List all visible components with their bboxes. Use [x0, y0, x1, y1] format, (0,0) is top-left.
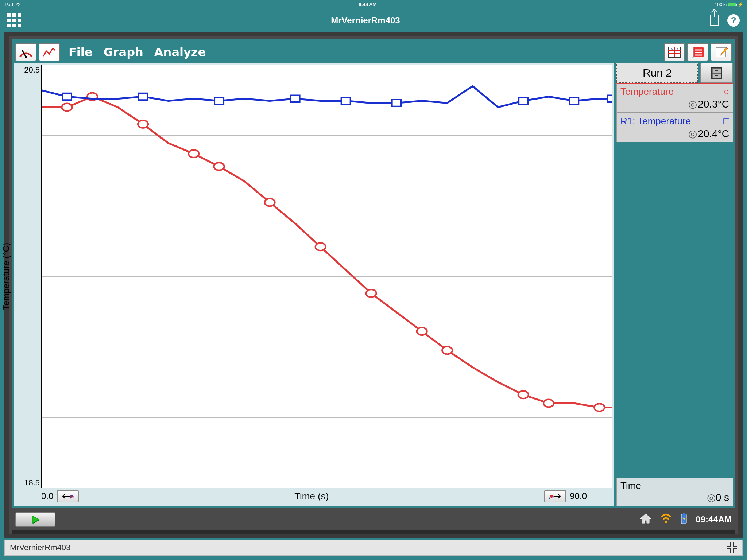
svg-rect-35 [569, 97, 578, 104]
sidebar: Run 2 Temperature○ ◎20.3°C R1: Temperatu… [616, 63, 733, 506]
svg-marker-46 [32, 516, 39, 523]
menu-graph[interactable]: Graph [104, 45, 143, 59]
svg-rect-32 [341, 97, 351, 104]
svg-point-39 [550, 495, 553, 498]
svg-rect-31 [291, 96, 300, 102]
svg-rect-50 [683, 513, 685, 514]
app-bar: MrVernierRm403 ? [0, 9, 747, 32]
charging-icon: ⚡ [738, 2, 743, 7]
svg-point-19 [214, 163, 224, 170]
plot-area[interactable] [41, 65, 612, 488]
data-table-button[interactable]: XY [664, 43, 685, 61]
ios-clock: 9:44 AM [21, 2, 715, 7]
ios-status-bar: iPad 9:44 AM 100% ⚡ [0, 0, 747, 9]
svg-point-24 [442, 347, 452, 354]
sensor-1-value: 20.3°C [698, 98, 729, 110]
app-title: MrVernierRm403 [21, 15, 710, 26]
notes-button[interactable] [687, 43, 708, 61]
y-tick-min: 18.5 [24, 478, 40, 487]
sensor-2-value: 20.4°C [698, 128, 729, 139]
exit-fullscreen-icon[interactable] [727, 542, 737, 553]
svg-point-15 [62, 104, 72, 111]
graph-view-button[interactable] [39, 43, 60, 61]
svg-rect-29 [139, 93, 148, 100]
svg-point-48 [665, 521, 667, 523]
svg-point-18 [189, 150, 199, 158]
graph-panel: 20.5 Temperature (°C) 18.5 0.0 Time (s) [14, 63, 614, 506]
meter-view-button[interactable] [15, 43, 36, 61]
device-label: iPad [4, 2, 13, 7]
square-marker-icon: □ [723, 116, 729, 127]
home-icon[interactable] [639, 513, 652, 526]
svg-rect-45 [715, 75, 718, 76]
apps-grid-icon[interactable] [7, 13, 21, 27]
svg-rect-33 [392, 100, 401, 106]
svg-rect-44 [715, 70, 718, 71]
file-cabinet-button[interactable] [700, 63, 733, 83]
menu-file[interactable]: File [69, 45, 93, 59]
svg-point-23 [417, 327, 427, 335]
svg-point-21 [316, 243, 326, 250]
sensor-2-name: R1: Temperature [620, 116, 691, 127]
menu-bar: File Graph Analyze XY [14, 42, 733, 63]
run-selector[interactable]: Run 2 [616, 63, 698, 83]
x-tick-min: 0.0 [41, 491, 53, 501]
battery-icon [728, 3, 736, 6]
time-label: Time [620, 480, 729, 491]
svg-rect-28 [62, 93, 71, 100]
time-box[interactable]: Time ◎0 s [616, 478, 733, 506]
menu-analyze[interactable]: Analyze [154, 45, 206, 59]
svg-point-20 [265, 199, 275, 206]
svg-text:X: X [671, 47, 673, 51]
svg-rect-34 [519, 97, 528, 104]
wifi-status-icon[interactable] [660, 513, 672, 526]
svg-point-1 [25, 56, 27, 58]
sensor-1-name: Temperature [620, 86, 674, 97]
bottom-bar: 09:44AM [12, 510, 735, 529]
svg-point-25 [518, 391, 529, 398]
svg-text:Y: Y [677, 47, 679, 51]
svg-rect-30 [214, 97, 224, 104]
sensor-2-box[interactable]: R1: Temperature□ ◎20.4°C [616, 113, 733, 142]
footer-label: MrVernierRm403 [10, 543, 70, 552]
scroll-left-button[interactable] [57, 490, 79, 502]
play-button[interactable] [15, 512, 55, 527]
x-tick-max: 90.0 [570, 491, 587, 501]
help-icon[interactable]: ? [727, 14, 740, 27]
svg-point-27 [594, 404, 604, 411]
scroll-right-button[interactable] [544, 490, 566, 502]
y-tick-max: 20.5 [24, 65, 40, 75]
y-axis-label[interactable]: Temperature (°C) [1, 243, 11, 310]
footer-bar: MrVernierRm403 [4, 540, 743, 556]
share-icon[interactable] [710, 15, 719, 26]
svg-rect-36 [607, 96, 612, 102]
svg-rect-12 [692, 47, 693, 57]
wifi-icon [15, 2, 21, 7]
bottom-clock: 09:44AM [696, 514, 732, 525]
svg-marker-47 [640, 514, 651, 523]
battery-percent: 100% [715, 2, 727, 7]
x-axis-label[interactable]: Time (s) [82, 491, 541, 502]
svg-point-17 [138, 120, 148, 128]
circle-marker-icon: ○ [723, 86, 729, 97]
battery-status-icon[interactable] [680, 513, 688, 527]
svg-point-22 [366, 289, 376, 297]
svg-point-26 [543, 400, 554, 407]
sensor-1-box[interactable]: Temperature○ ◎20.3°C [616, 83, 733, 113]
time-value: 0 s [716, 492, 729, 503]
annotate-button[interactable] [711, 43, 732, 61]
